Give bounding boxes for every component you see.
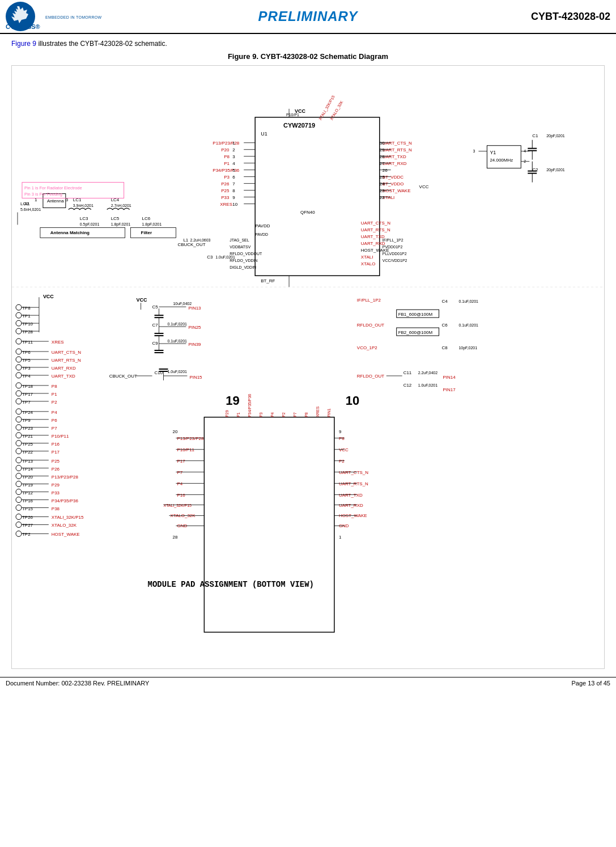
svg-text:P8: P8 bbox=[304, 412, 308, 417]
svg-text:2: 2 bbox=[524, 159, 526, 163]
page-number: Page 13 of 45 bbox=[571, 680, 610, 687]
svg-text:P4: P4 bbox=[270, 412, 274, 417]
svg-text:PAVDD: PAVDD bbox=[255, 232, 268, 236]
svg-text:C11: C11 bbox=[403, 370, 412, 375]
svg-text:26: 26 bbox=[383, 168, 388, 173]
svg-text:TP25: TP25 bbox=[22, 442, 33, 447]
svg-text:C5: C5 bbox=[152, 304, 159, 310]
svg-text:XTALO_32K: XTALO_32K bbox=[52, 523, 77, 528]
logo-area: CYPRESS® EMBEDDED IN TOMORROW bbox=[6, 2, 119, 31]
svg-text:8: 8 bbox=[232, 188, 235, 193]
svg-text:XTALI: XTALI bbox=[361, 255, 373, 260]
svg-text:3: 3 bbox=[232, 154, 235, 159]
svg-text:BT_VDDO: BT_VDDO bbox=[383, 181, 404, 187]
svg-text:P17: P17 bbox=[177, 459, 185, 464]
svg-text:P7: P7 bbox=[177, 470, 182, 475]
svg-text:P10/P11: P10/P11 bbox=[177, 447, 194, 452]
svg-text:C6: C6 bbox=[442, 323, 448, 328]
svg-text:UART_RXD: UART_RXD bbox=[52, 366, 76, 371]
svg-text:TP16: TP16 bbox=[22, 498, 33, 503]
svg-text:23: 23 bbox=[380, 188, 385, 193]
svg-text:VCC: VCC bbox=[137, 297, 147, 303]
svg-text:TP4: TP4 bbox=[22, 374, 31, 379]
svg-text:LC3: LC3 bbox=[80, 216, 88, 221]
svg-text:PIN15: PIN15 bbox=[189, 375, 202, 380]
svg-text:TP8: TP8 bbox=[22, 306, 31, 311]
svg-text:XTALO_32K: XTALO_32K bbox=[170, 513, 196, 518]
svg-text:20pF,0201: 20pF,0201 bbox=[546, 168, 565, 172]
svg-text:VCC: VCC bbox=[43, 294, 54, 299]
svg-text:P2: P2 bbox=[339, 459, 345, 464]
svg-text:VCC: VCC bbox=[419, 184, 429, 189]
svg-text:P13/P23/P28: P13/P23/P28 bbox=[177, 436, 204, 441]
svg-text:P29: P29 bbox=[225, 410, 229, 417]
svg-text:DIGLD_VDDIN: DIGLD_VDDIN bbox=[230, 265, 256, 270]
svg-text:P7: P7 bbox=[293, 412, 297, 417]
svg-text:XRES: XRES bbox=[220, 202, 232, 207]
svg-text:TP19: TP19 bbox=[22, 482, 33, 488]
svg-text:HOST_WAKE: HOST_WAKE bbox=[52, 532, 80, 537]
svg-text:0.1uF,0201: 0.1uF,0201 bbox=[458, 323, 478, 327]
svg-text:UART_TXD: UART_TXD bbox=[383, 154, 406, 159]
svg-text:PIN39: PIN39 bbox=[188, 342, 201, 347]
svg-text:UART_CTS_N: UART_CTS_N bbox=[339, 470, 368, 475]
svg-text:9: 9 bbox=[339, 429, 342, 434]
svg-text:TP26: TP26 bbox=[22, 515, 33, 520]
svg-rect-3 bbox=[12, 66, 604, 666]
svg-text:2.2uH,0603: 2.2uH,0603 bbox=[190, 238, 210, 242]
svg-text:Pin 1 is For Radiator Electrod: Pin 1 is For Radiator Electrode bbox=[24, 185, 82, 190]
svg-text:3: 3 bbox=[473, 149, 475, 153]
svg-text:XRES: XRES bbox=[316, 406, 320, 417]
svg-text:UART_CTS_N: UART_CTS_N bbox=[383, 141, 412, 146]
svg-text:P3: P3 bbox=[259, 412, 263, 417]
svg-text:1.0uF,0201: 1.0uF,0201 bbox=[167, 370, 187, 374]
svg-text:1.8pF,0201: 1.8pF,0201 bbox=[142, 222, 162, 227]
svg-text:C3: C3 bbox=[207, 255, 213, 260]
svg-text:VCO_1P2: VCO_1P2 bbox=[357, 345, 377, 350]
svg-text:LC6: LC6 bbox=[142, 216, 151, 221]
svg-text:TP3: TP3 bbox=[22, 366, 31, 371]
figure-title: Figure 9. CYBT-423028-02 Schematic Diagr… bbox=[11, 52, 605, 61]
svg-text:10uF,0402: 10uF,0402 bbox=[173, 302, 192, 306]
svg-text:GND: GND bbox=[177, 523, 187, 528]
svg-text:4: 4 bbox=[232, 161, 235, 166]
svg-text:U1: U1 bbox=[261, 131, 267, 137]
svg-text:TP28: TP28 bbox=[22, 329, 33, 334]
svg-text:QFN40: QFN40 bbox=[300, 210, 315, 215]
svg-text:24: 24 bbox=[380, 181, 385, 187]
svg-text:XTALO: XTALO bbox=[361, 261, 376, 266]
svg-text:P29: P29 bbox=[52, 482, 60, 488]
svg-text:10: 10 bbox=[232, 202, 237, 207]
svg-text:BT_VDDC: BT_VDDC bbox=[383, 175, 403, 180]
svg-text:TP17: TP17 bbox=[22, 392, 33, 397]
svg-text:9: 9 bbox=[232, 195, 235, 200]
svg-text:CYPRESS®: CYPRESS® bbox=[6, 23, 40, 30]
svg-text:4: 4 bbox=[524, 149, 526, 153]
svg-text:UART_TXD: UART_TXD bbox=[339, 493, 363, 498]
svg-text:PIN25: PIN25 bbox=[188, 325, 201, 330]
svg-text:TP21: TP21 bbox=[22, 434, 33, 439]
svg-text:C9: C9 bbox=[152, 341, 159, 346]
svg-text:28: 28 bbox=[380, 154, 385, 159]
svg-text:IF/PLL_1P2: IF/PLL_1P2 bbox=[383, 238, 403, 243]
svg-text:RFLDO_OUT: RFLDO_OUT bbox=[357, 374, 384, 379]
svg-text:0.1uF,0201: 0.1uF,0201 bbox=[167, 339, 187, 343]
svg-text:22: 22 bbox=[380, 195, 385, 200]
svg-text:TP5: TP5 bbox=[22, 358, 31, 363]
svg-text:24.000MHz: 24.000MHz bbox=[490, 158, 513, 163]
svg-text:5.6nH,0201: 5.6nH,0201 bbox=[20, 207, 41, 211]
svg-text:PAVDD: PAVDD bbox=[255, 223, 270, 228]
svg-text:P26: P26 bbox=[52, 467, 60, 472]
svg-text:P2: P2 bbox=[282, 412, 286, 417]
svg-text:UART_TXD: UART_TXD bbox=[52, 374, 75, 379]
figure-link: Figure 9 bbox=[11, 40, 36, 48]
logo-tagline: EMBEDDED IN TOMORROW bbox=[45, 15, 101, 19]
svg-text:10: 10 bbox=[346, 393, 359, 408]
svg-text:C8: C8 bbox=[442, 345, 448, 350]
svg-text:3: 3 bbox=[66, 197, 69, 202]
svg-text:P13/P23/P28: P13/P23/P28 bbox=[213, 141, 240, 146]
svg-text:P10/P1: P10/P1 bbox=[286, 113, 299, 117]
svg-text:HOST_WAKE: HOST_WAKE bbox=[361, 248, 389, 253]
svg-text:P26: P26 bbox=[221, 181, 230, 187]
svg-text:LC1: LC1 bbox=[73, 197, 82, 202]
